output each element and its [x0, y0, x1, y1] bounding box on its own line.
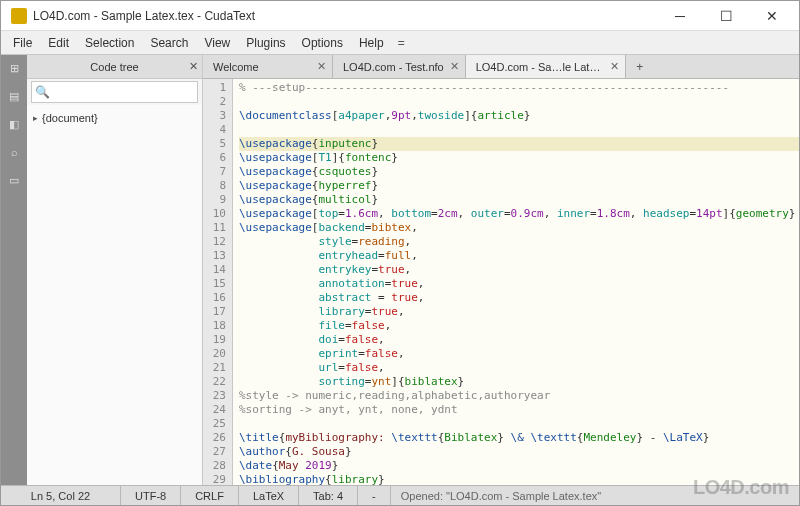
- activity-bar: ⊞ ▤ ◧ ⌕ ▭: [1, 55, 27, 485]
- code-line[interactable]: \usepackage{multicol}: [239, 193, 799, 207]
- code-line[interactable]: style=reading,: [239, 235, 799, 249]
- minimize-button[interactable]: ─: [657, 1, 703, 31]
- editor-area: Welcome ✕ LO4D.com - Test.nfo ✕ LO4D.com…: [203, 55, 799, 485]
- sidebar-tree: ▸ {document}: [27, 105, 202, 485]
- code-line[interactable]: sorting=ynt]{biblatex}: [239, 375, 799, 389]
- sidebar-title: Code tree: [90, 61, 138, 73]
- menu-file[interactable]: File: [5, 33, 40, 53]
- menu-selection[interactable]: Selection: [77, 33, 142, 53]
- tab-label: LO4D.com - Sa…le Latex.tex: [476, 61, 604, 73]
- activity-console-icon[interactable]: ▭: [5, 171, 23, 189]
- chevron-right-icon: ▸: [33, 109, 38, 127]
- tab-test-nfo[interactable]: LO4D.com - Test.nfo ✕: [333, 55, 466, 78]
- code-content[interactable]: % ---setup------------------------------…: [233, 79, 799, 485]
- menu-search[interactable]: Search: [142, 33, 196, 53]
- app-icon: [11, 8, 27, 24]
- code-line[interactable]: \usepackage[backend=bibtex,: [239, 221, 799, 235]
- code-line[interactable]: eprint=false,: [239, 347, 799, 361]
- search-icon: 🔍: [32, 85, 52, 99]
- code-line[interactable]: \author{G. Sousa}: [239, 445, 799, 459]
- tree-item-document[interactable]: ▸ {document}: [33, 109, 196, 127]
- tab-label: LO4D.com - Test.nfo: [343, 61, 444, 73]
- status-tab[interactable]: Tab: 4: [299, 486, 358, 505]
- window-title: LO4D.com - Sample Latex.tex - CudaText: [33, 9, 657, 23]
- code-line[interactable]: library=true,: [239, 305, 799, 319]
- code-line[interactable]: \usepackage{hyperref}: [239, 179, 799, 193]
- menu-view[interactable]: View: [196, 33, 238, 53]
- tab-close-icon[interactable]: ✕: [450, 60, 459, 73]
- activity-find-icon[interactable]: ⌕: [5, 143, 23, 161]
- status-mode[interactable]: -: [358, 486, 391, 505]
- menu-help[interactable]: Help: [351, 33, 392, 53]
- code-line[interactable]: abstract = true,: [239, 291, 799, 305]
- menu-plugins[interactable]: Plugins: [238, 33, 293, 53]
- activity-tabs-icon[interactable]: ◧: [5, 115, 23, 133]
- menubar: File Edit Selection Search View Plugins …: [1, 31, 799, 55]
- code-line[interactable]: [239, 417, 799, 431]
- code-line[interactable]: [239, 123, 799, 137]
- status-eol[interactable]: CRLF: [181, 486, 239, 505]
- status-position[interactable]: Ln 5, Col 22: [1, 486, 121, 505]
- tree-item-label: {document}: [42, 109, 98, 127]
- editor[interactable]: 1 2 3 4 5 6 7 8 9 10 11 12 13 14 15 16 1…: [203, 79, 799, 485]
- activity-project-icon[interactable]: ▤: [5, 87, 23, 105]
- sidebar-search[interactable]: 🔍: [31, 81, 198, 103]
- status-lexer[interactable]: LaTeX: [239, 486, 299, 505]
- code-line[interactable]: % ---setup------------------------------…: [239, 81, 799, 95]
- menu-edit[interactable]: Edit: [40, 33, 77, 53]
- window-controls: ─ ☐ ✕: [657, 1, 795, 31]
- close-button[interactable]: ✕: [749, 1, 795, 31]
- statusbar: Ln 5, Col 22 UTF-8 CRLF LaTeX Tab: 4 - O…: [1, 485, 799, 505]
- tab-welcome[interactable]: Welcome ✕: [203, 55, 333, 78]
- menu-options[interactable]: Options: [294, 33, 351, 53]
- main-area: ⊞ ▤ ◧ ⌕ ▭ Code tree ✕ 🔍 ▸ {document} Wel…: [1, 55, 799, 485]
- tab-add-button[interactable]: +: [626, 55, 654, 78]
- titlebar: LO4D.com - Sample Latex.tex - CudaText ─…: [1, 1, 799, 31]
- code-line[interactable]: \documentclass[a4paper,9pt,twoside]{arti…: [239, 109, 799, 123]
- tab-close-icon[interactable]: ✕: [610, 60, 619, 73]
- line-gutter: 1 2 3 4 5 6 7 8 9 10 11 12 13 14 15 16 1…: [203, 79, 233, 485]
- sidebar-close-icon[interactable]: ✕: [189, 60, 198, 73]
- maximize-button[interactable]: ☐: [703, 1, 749, 31]
- tab-close-icon[interactable]: ✕: [317, 60, 326, 73]
- code-line[interactable]: \usepackage{csquotes}: [239, 165, 799, 179]
- code-line[interactable]: entryhead=full,: [239, 249, 799, 263]
- activity-tree-icon[interactable]: ⊞: [5, 59, 23, 77]
- code-line[interactable]: url=false,: [239, 361, 799, 375]
- code-line[interactable]: annotation=true,: [239, 277, 799, 291]
- status-encoding[interactable]: UTF-8: [121, 486, 181, 505]
- code-line[interactable]: \usepackage{inputenc}: [239, 137, 799, 151]
- code-line[interactable]: \usepackage[T1]{fontenc}: [239, 151, 799, 165]
- menu-more-icon[interactable]: =: [392, 33, 411, 53]
- code-line[interactable]: \title{myBibliography: \texttt{Biblatex}…: [239, 431, 799, 445]
- sidebar-header: Code tree ✕: [27, 55, 202, 79]
- code-line[interactable]: \usepackage[top=1.6cm, bottom=2cm, outer…: [239, 207, 799, 221]
- status-message: Opened: "LO4D.com - Sample Latex.tex": [391, 490, 799, 502]
- code-line[interactable]: \date{May 2019}: [239, 459, 799, 473]
- tabbar: Welcome ✕ LO4D.com - Test.nfo ✕ LO4D.com…: [203, 55, 799, 79]
- code-line[interactable]: doi=false,: [239, 333, 799, 347]
- code-line[interactable]: %style -> numeric,reading,alphabetic,aut…: [239, 389, 799, 403]
- code-line[interactable]: %sorting -> anyt, ynt, none, ydnt: [239, 403, 799, 417]
- sidebar: Code tree ✕ 🔍 ▸ {document}: [27, 55, 203, 485]
- code-line[interactable]: \bibliography{library}: [239, 473, 799, 485]
- tab-sample-latex[interactable]: LO4D.com - Sa…le Latex.tex ✕: [466, 55, 626, 78]
- tab-label: Welcome: [213, 61, 311, 73]
- code-line[interactable]: file=false,: [239, 319, 799, 333]
- code-line[interactable]: entrykey=true,: [239, 263, 799, 277]
- code-line[interactable]: [239, 95, 799, 109]
